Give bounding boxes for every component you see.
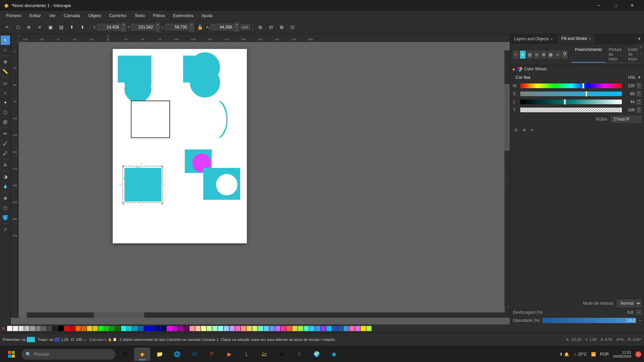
palette-color-swatch[interactable] — [178, 326, 183, 331]
palette-color-swatch[interactable] — [64, 326, 69, 331]
excel-btn[interactable]: X — [291, 348, 307, 361]
notification-badge[interactable]: 1 — [635, 351, 641, 357]
palette-color-swatch[interactable] — [195, 326, 201, 331]
y-plus[interactable]: + — [155, 22, 160, 27]
eraser-tool[interactable]: ◻ — [1, 203, 10, 213]
panel-more-btn[interactable]: ▼ — [637, 34, 644, 44]
vlc-btn[interactable]: ▶ — [221, 348, 237, 361]
a-input[interactable] — [210, 24, 234, 31]
connector-tool[interactable]: ⤤ — [1, 225, 10, 234]
spiral-tool[interactable]: @ — [1, 117, 10, 127]
copy-icon-btn[interactable]: ⊙ — [513, 127, 520, 133]
palette-color-swatch[interactable] — [275, 326, 280, 331]
palette-color-swatch[interactable] — [361, 326, 366, 331]
palette-color-swatch[interactable] — [75, 326, 81, 331]
palette-color-swatch[interactable] — [366, 326, 372, 331]
palette-color-swatch[interactable] — [321, 326, 326, 331]
panel-edge-btn-2[interactable]: ♡ — [637, 51, 644, 57]
files-btn[interactable]: 🗂 — [256, 348, 272, 361]
paste-icon-btn[interactable]: ⊚ — [521, 127, 528, 133]
palette-color-swatch[interactable] — [298, 326, 303, 331]
palette-color-swatch[interactable] — [207, 326, 212, 331]
palette-color-swatch[interactable] — [138, 326, 144, 331]
menu-editar[interactable]: Editar — [26, 12, 44, 19]
m-slider-track[interactable] — [520, 83, 622, 88]
x-minus[interactable]: − — [121, 27, 126, 32]
a-plus[interactable]: + — [234, 22, 239, 27]
palette-color-swatch[interactable] — [269, 326, 275, 331]
start-button[interactable] — [3, 348, 20, 361]
x-input[interactable] — [97, 24, 120, 31]
palette-color-swatch[interactable] — [18, 326, 24, 331]
stroke-color-swatch[interactable] — [54, 338, 60, 342]
pen-tool[interactable]: 🖊 — [1, 139, 10, 148]
m-slider-thumb[interactable] — [582, 83, 584, 88]
text-tool[interactable]: A — [1, 160, 10, 170]
tab-layers-objects[interactable]: Layers and Objects ✕ — [510, 34, 557, 44]
m-minus[interactable]: − — [637, 86, 641, 88]
unit-selector[interactable]: mm — [240, 24, 250, 30]
tool-lower[interactable]: ⬇ — [78, 22, 87, 32]
panel-edge-btn-1[interactable]: ⊙ — [637, 44, 644, 50]
palette-color-swatch[interactable] — [326, 326, 332, 331]
palette-color-swatch[interactable] — [184, 326, 189, 331]
radial-grad-btn[interactable]: ◎ — [534, 51, 540, 59]
tool-raise[interactable]: ⬆ — [67, 22, 76, 32]
menu-texto[interactable]: Texto — [131, 12, 148, 19]
more-btn[interactable]: ⊡ — [288, 22, 297, 32]
s-minus[interactable]: − — [637, 94, 641, 97]
measure-tool[interactable]: 📏 — [1, 67, 10, 76]
3d-box-tool[interactable]: ⬡ — [1, 108, 10, 117]
tool-select[interactable]: ↖ — [3, 22, 12, 32]
x-plus[interactable]: + — [121, 22, 126, 27]
palette-color-swatch[interactable] — [132, 326, 138, 331]
palette-color-swatch[interactable] — [93, 326, 98, 331]
maximize-button[interactable]: □ — [608, 0, 623, 11]
palette-color-swatch[interactable] — [224, 326, 229, 331]
palette-color-swatch[interactable] — [343, 326, 349, 331]
palette-color-swatch[interactable] — [309, 326, 315, 331]
palette-color-swatch[interactable] — [264, 326, 269, 331]
tab-layers-close[interactable]: ✕ — [550, 37, 553, 41]
palette-color-swatch[interactable] — [281, 326, 286, 331]
opacity-minus[interactable]: − — [639, 318, 641, 323]
t-slider-track[interactable] — [520, 108, 622, 112]
palette-color-swatch[interactable] — [304, 326, 309, 331]
palette-color-swatch[interactable] — [58, 326, 64, 331]
l-input[interactable] — [165, 24, 189, 31]
palette-color-swatch[interactable] — [24, 326, 30, 331]
palette-color-swatch[interactable] — [30, 326, 35, 331]
palette-color-swatch[interactable] — [235, 326, 240, 331]
s-slider-thumb[interactable] — [585, 91, 587, 97]
pattern-btn[interactable]: ▦ — [548, 51, 553, 59]
palette-color-swatch[interactable] — [218, 326, 223, 331]
preenchimento-tab[interactable]: Preenchimento — [572, 46, 605, 63]
launchy-btn[interactable]: L — [239, 348, 255, 361]
linear-grad-btn[interactable]: ▥ — [527, 51, 533, 59]
hsl-dropdown-icon[interactable]: ▼ — [637, 75, 641, 80]
palette-color-swatch[interactable] — [172, 326, 178, 331]
unset-btn[interactable]: ? — [562, 51, 568, 59]
t-minus[interactable]: − — [637, 110, 641, 113]
chrome-btn[interactable]: 🌍 — [309, 348, 325, 361]
align-btn[interactable]: ⊟ — [266, 22, 276, 32]
tab-fill-close[interactable]: ✕ — [588, 37, 591, 41]
palette-color-swatch[interactable] — [70, 326, 75, 331]
palette-color-swatch[interactable] — [355, 326, 360, 331]
a-minus[interactable]: − — [234, 27, 239, 32]
word-btn[interactable]: W — [186, 348, 203, 361]
palette-color-swatch[interactable] — [81, 326, 87, 331]
spray-tool[interactable]: ⊗ — [1, 193, 10, 203]
pintura-traco-tab[interactable]: Pintura do traço — [605, 46, 625, 63]
palette-color-swatch[interactable] — [167, 326, 172, 331]
close-button[interactable]: ✕ — [625, 0, 640, 11]
palette-color-swatch[interactable] — [87, 326, 92, 331]
y-minus[interactable]: − — [155, 27, 160, 32]
t-slider-thumb[interactable] — [620, 107, 622, 113]
rect-tool[interactable]: ▭ — [1, 78, 10, 88]
palette-color-swatch[interactable] — [53, 326, 58, 331]
menu-ver[interactable]: Ver — [46, 12, 59, 19]
palette-color-swatch[interactable] — [115, 326, 121, 331]
swatch-btn[interactable]: ▪ — [555, 51, 560, 59]
palette-color-swatch[interactable] — [150, 326, 155, 331]
